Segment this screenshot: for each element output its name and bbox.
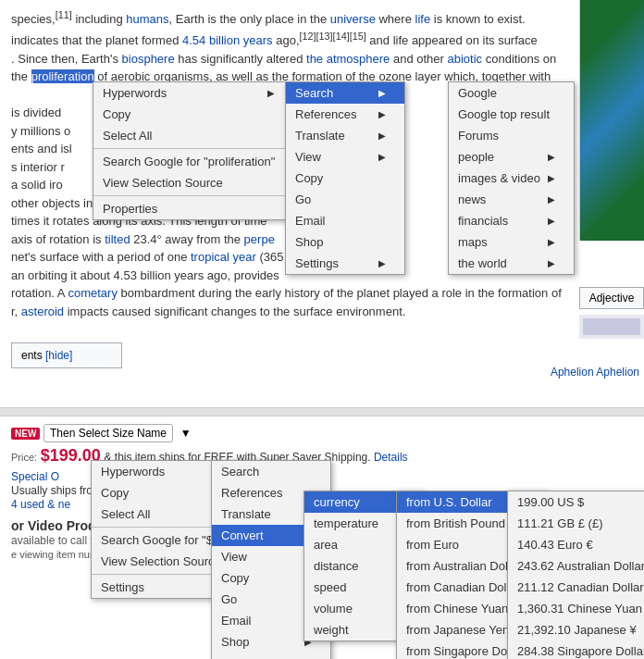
result-sgd: 284.38 Singapore Dollar bbox=[508, 640, 644, 659]
price-label: Price: bbox=[11, 452, 37, 463]
menu-item-the-world[interactable]: the world ▶ bbox=[449, 253, 574, 274]
adjective-label: Adjective bbox=[589, 292, 635, 305]
menu-item-properties[interactable]: Properties bbox=[93, 198, 293, 219]
separator bbox=[93, 195, 293, 196]
menu-item-maps[interactable]: maps ▶ bbox=[449, 231, 574, 253]
menu-item-forums[interactable]: Forums bbox=[449, 125, 574, 146]
menu-item-financials[interactable]: financials ▶ bbox=[449, 210, 574, 231]
menu-item-people[interactable]: people ▶ bbox=[449, 146, 574, 168]
arrow-icon: ▶ bbox=[378, 258, 386, 268]
menu-item-view[interactable]: View ▶ bbox=[286, 146, 404, 168]
wiki-line: r, asteroid impacts caused significant c… bbox=[11, 303, 633, 321]
arrow-icon: ▶ bbox=[378, 131, 386, 141]
new-badge: NEW bbox=[11, 428, 40, 440]
adjective-value bbox=[579, 315, 644, 339]
menu-item-search[interactable]: Search ▶ bbox=[286, 82, 404, 104]
menu-item-search-google[interactable]: Search Google for "proliferation" bbox=[93, 151, 293, 172]
used-link[interactable]: 4 used & ne bbox=[11, 498, 70, 511]
menu-item-translate[interactable]: Translate ▶ bbox=[286, 125, 404, 146]
result-aud: 243.62 Australian Dollar bbox=[508, 555, 644, 577]
arrow-icon: ▶ bbox=[548, 237, 555, 247]
result-cny: 1,360.31 Chinese Yuan bbox=[508, 598, 644, 619]
arrow-icon: ▶ bbox=[548, 152, 555, 162]
context-menu-usdollar-results: 199.00 US $ 111.21 GB £ (£) 140.43 Euro … bbox=[507, 491, 644, 659]
special-link[interactable]: Special O bbox=[11, 470, 59, 483]
context-menu-main-top: Hyperwords ▶ Copy Select All Search Goog… bbox=[93, 81, 294, 220]
aphelion-text: Aphelion bbox=[596, 366, 639, 379]
menu-item-selectall[interactable]: Select All bbox=[93, 125, 293, 146]
result-eur: 140.43 Euro € bbox=[508, 534, 644, 555]
contents-box: ents [hide] bbox=[11, 342, 122, 368]
wiki-text2: indicates that the planet formed 4.54 bi… bbox=[11, 33, 538, 47]
wiki-line: rotation. A cometary bombardment during … bbox=[11, 284, 633, 303]
contents-hide-link[interactable]: [hide] bbox=[45, 349, 72, 362]
arrow-icon: ▶ bbox=[378, 152, 386, 162]
menu-item-google[interactable]: Google bbox=[449, 82, 574, 104]
result-usd: 199.00 US $ bbox=[508, 491, 644, 513]
menu-item-google-top[interactable]: Google top result bbox=[449, 104, 574, 125]
arrow-icon: ▶ bbox=[548, 173, 555, 183]
menu-item-go[interactable]: Go bbox=[286, 189, 404, 210]
menu-item-copy[interactable]: Copy bbox=[93, 104, 293, 125]
arrow-icon: ▶ bbox=[548, 216, 555, 226]
wiki-text: species,[11] including humans, Earth is … bbox=[11, 12, 526, 26]
menu-item-settings[interactable]: Settings ▶ bbox=[286, 253, 404, 274]
menu-item-shop[interactable]: Shop bbox=[286, 231, 404, 253]
adjective-box: Adjective bbox=[579, 287, 644, 309]
arrow-icon: ▶ bbox=[378, 109, 386, 119]
context-menu-search: Search ▶ References ▶ Translate ▶ View ▶… bbox=[285, 81, 405, 275]
menu-item-email[interactable]: Email bbox=[286, 210, 404, 231]
result-cad: 211.12 Canadian Dollar bbox=[508, 577, 644, 598]
menu-item-view-source[interactable]: View Selection Source bbox=[93, 172, 293, 193]
menu-item-search-b2[interactable]: Search bbox=[212, 461, 330, 482]
result-jpy: 21,392.10 Japanese ¥ bbox=[508, 619, 644, 640]
context-menu-google: Google Google top result Forums people ▶… bbox=[448, 81, 575, 275]
earth-image bbox=[579, 0, 644, 241]
menu-item-references[interactable]: References ▶ bbox=[286, 104, 404, 125]
section-divider bbox=[0, 407, 644, 417]
menu-item-hyperwords[interactable]: Hyperwords ▶ bbox=[93, 82, 293, 104]
separator bbox=[93, 148, 293, 149]
menu-item-settings-b2[interactable]: Settings bbox=[212, 653, 330, 659]
menu-item-news[interactable]: news ▶ bbox=[449, 189, 574, 210]
arrow-icon: ▶ bbox=[378, 88, 386, 98]
arrow-icon: ▶ bbox=[548, 194, 555, 205]
menu-item-images-video[interactable]: images & video ▶ bbox=[449, 168, 574, 189]
result-gbp: 111.21 GB £ (£) bbox=[508, 513, 644, 534]
size-select[interactable]: Then Select Size Name bbox=[43, 424, 173, 442]
arrow-icon: ▶ bbox=[267, 88, 275, 98]
details-link[interactable]: Details bbox=[374, 451, 408, 464]
aphelion-label[interactable]: Aphelion Aphelion bbox=[551, 366, 639, 379]
contents-label: ents bbox=[21, 349, 45, 362]
menu-item-copy2[interactable]: Copy bbox=[286, 168, 404, 189]
arrow-icon: ▶ bbox=[548, 258, 555, 268]
wiki-text3: . Since then, Earth's biosphere has sign… bbox=[11, 52, 556, 66]
